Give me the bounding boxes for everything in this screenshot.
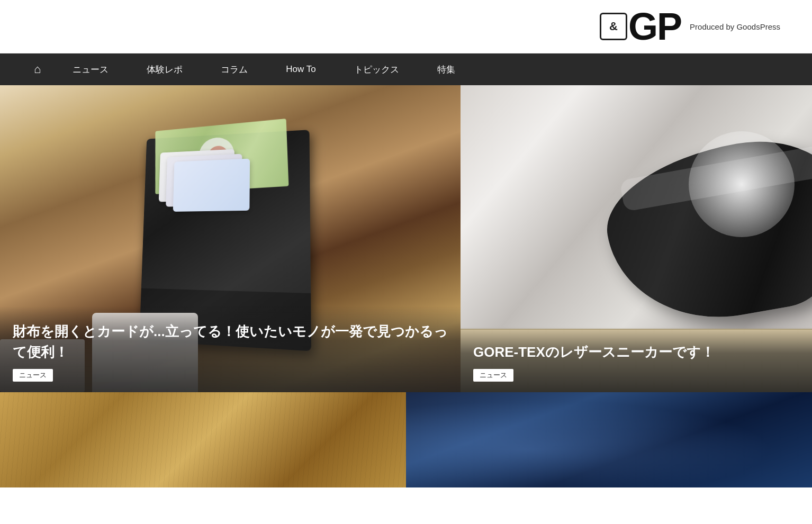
nav-item-feature[interactable]: 特集 <box>418 53 474 85</box>
logo-box: & GP <box>600 7 681 46</box>
nav-item-howto[interactable]: How To <box>267 53 335 85</box>
hero-card-main-overlay: 財布を開くとカードが...立ってる！使いたいモノが一発で見つかるって便利！ ニュ… <box>0 306 461 392</box>
main-content: 財布を開くとカードが...立ってる！使いたいモノが一発で見つかるって便利！ ニュ… <box>0 85 812 487</box>
hero-card-secondary[interactable]: GORE-TEXのレザースニーカーです！ ニュース <box>461 85 812 392</box>
home-icon: ⌂ <box>34 62 41 76</box>
bottom-card-right-image <box>406 392 812 487</box>
hero-card-secondary-badge: ニュース <box>473 369 513 382</box>
shoe-bg-circle <box>689 131 795 237</box>
card-3 <box>173 159 250 212</box>
bottom-card-left[interactable] <box>0 392 406 487</box>
hero-card-main-badge: ニュース <box>13 369 53 382</box>
site-header: & GP Produced by GoodsPress <box>0 0 812 53</box>
logo-gp: GP <box>628 7 681 46</box>
nav-item-column[interactable]: コラム <box>202 53 267 85</box>
hero-card-secondary-overlay: GORE-TEXのレザースニーカーです！ ニュース <box>461 327 812 392</box>
hero-card-main[interactable]: 財布を開くとカードが...立ってる！使いたいモノが一発で見つかるって便利！ ニュ… <box>0 85 461 392</box>
bottom-row <box>0 392 812 487</box>
logo-ampersand: & <box>600 13 627 40</box>
logo-area: & GP Produced by GoodsPress <box>600 7 780 46</box>
bottom-card-right[interactable] <box>406 392 812 487</box>
nav-item-topics[interactable]: トピックス <box>335 53 418 85</box>
nav-item-taiken[interactable]: 体験レポ <box>128 53 202 85</box>
bottom-card-left-image <box>0 392 406 487</box>
hero-row: 財布を開くとカードが...立ってる！使いたいモノが一発で見つかるって便利！ ニュ… <box>0 85 812 392</box>
nav-home[interactable]: ⌂ <box>21 53 53 85</box>
hero-card-secondary-title: GORE-TEXのレザースニーカーです！ <box>473 342 799 363</box>
nav-item-news[interactable]: ニュース <box>53 53 128 85</box>
main-nav: ⌂ ニュース 体験レポ コラム How To トピックス 特集 <box>0 53 812 85</box>
logo-tagline: Produced by GoodsPress <box>690 22 780 31</box>
hero-card-main-title: 財布を開くとカードが...立ってる！使いたいモノが一発で見つかるって便利！ <box>13 321 448 363</box>
